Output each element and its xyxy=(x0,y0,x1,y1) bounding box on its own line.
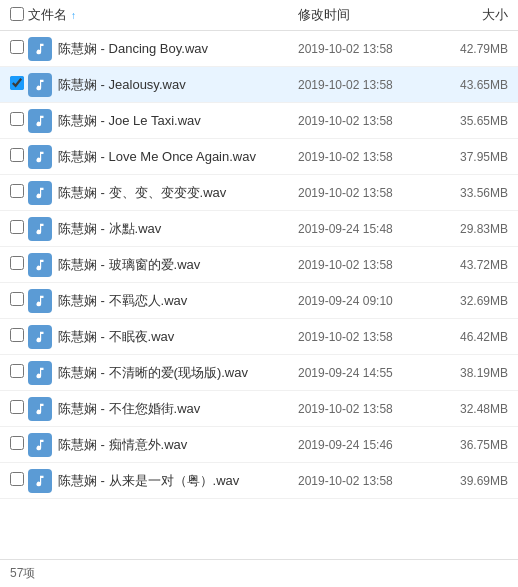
music-note-icon xyxy=(33,366,47,380)
row-checkbox[interactable] xyxy=(10,292,24,306)
row-checkbox[interactable] xyxy=(10,328,24,342)
table-row[interactable]: 陈慧娴 - 变、变、变变变.wav 2019-10-02 13:58 33.56… xyxy=(0,175,518,211)
table-row[interactable]: 陈慧娴 - 冰點.wav 2019-09-24 15:48 29.83MB xyxy=(0,211,518,247)
file-name: 陈慧娴 - 不羁恋人.wav xyxy=(58,292,298,310)
file-size: 29.83MB xyxy=(438,222,508,236)
file-type-icon xyxy=(28,325,52,349)
row-checkbox-area[interactable] xyxy=(10,400,28,417)
file-type-icon xyxy=(28,109,52,133)
file-type-icon xyxy=(28,145,52,169)
table-row[interactable]: 陈慧娴 - 不羁恋人.wav 2019-09-24 09:10 32.69MB xyxy=(0,283,518,319)
file-date: 2019-10-02 13:58 xyxy=(298,114,438,128)
file-date: 2019-10-02 13:58 xyxy=(298,42,438,56)
file-type-icon xyxy=(28,181,52,205)
row-checkbox-area[interactable] xyxy=(10,76,28,93)
table-row[interactable]: 陈慧娴 - Dancing Boy.wav 2019-10-02 13:58 4… xyxy=(0,31,518,67)
row-checkbox[interactable] xyxy=(10,364,24,378)
table-row[interactable]: 陈慧娴 - Joe Le Taxi.wav 2019-10-02 13:58 3… xyxy=(0,103,518,139)
header-size-col: 大小 xyxy=(438,6,508,24)
file-date: 2019-10-02 13:58 xyxy=(298,78,438,92)
sort-icon[interactable]: ↑ xyxy=(71,10,76,21)
file-list: 陈慧娴 - Dancing Boy.wav 2019-10-02 13:58 4… xyxy=(0,31,518,559)
table-row[interactable]: 陈慧娴 - 不住您婚街.wav 2019-10-02 13:58 32.48MB xyxy=(0,391,518,427)
file-name: 陈慧娴 - 玻璃窗的爱.wav xyxy=(58,256,298,274)
file-size: 43.65MB xyxy=(438,78,508,92)
table-row[interactable]: 陈慧娴 - Love Me Once Again.wav 2019-10-02 … xyxy=(0,139,518,175)
file-date: 2019-09-24 09:10 xyxy=(298,294,438,308)
file-date: 2019-10-02 13:58 xyxy=(298,330,438,344)
file-type-icon xyxy=(28,37,52,61)
file-date: 2019-10-02 13:58 xyxy=(298,474,438,488)
music-note-icon xyxy=(33,42,47,56)
music-note-icon xyxy=(33,258,47,272)
file-size: 38.19MB xyxy=(438,366,508,380)
file-name: 陈慧娴 - Joe Le Taxi.wav xyxy=(58,112,298,130)
file-date: 2019-10-02 13:58 xyxy=(298,402,438,416)
file-size: 37.95MB xyxy=(438,150,508,164)
row-checkbox-area[interactable] xyxy=(10,40,28,57)
row-checkbox[interactable] xyxy=(10,472,24,486)
row-checkbox[interactable] xyxy=(10,400,24,414)
file-name: 陈慧娴 - 冰點.wav xyxy=(58,220,298,238)
select-all-checkbox[interactable] xyxy=(10,7,24,21)
table-header: 文件名 ↑ 修改时间 大小 xyxy=(0,0,518,31)
row-checkbox-area[interactable] xyxy=(10,184,28,201)
row-checkbox[interactable] xyxy=(10,112,24,126)
music-note-icon xyxy=(33,78,47,92)
file-size: 43.72MB xyxy=(438,258,508,272)
table-row[interactable]: 陈慧娴 - 玻璃窗的爱.wav 2019-10-02 13:58 43.72MB xyxy=(0,247,518,283)
table-row[interactable]: 陈慧娴 - 从来是一对（粤）.wav 2019-10-02 13:58 39.6… xyxy=(0,463,518,499)
music-note-icon xyxy=(33,402,47,416)
row-checkbox[interactable] xyxy=(10,436,24,450)
file-size: 35.65MB xyxy=(438,114,508,128)
header-name-label: 文件名 xyxy=(28,6,67,24)
file-type-icon xyxy=(28,289,52,313)
file-date: 2019-09-24 15:48 xyxy=(298,222,438,236)
file-name: 陈慧娴 - 变、变、变变变.wav xyxy=(58,184,298,202)
row-checkbox-area[interactable] xyxy=(10,472,28,489)
row-checkbox[interactable] xyxy=(10,76,24,90)
file-count-label: 57项 xyxy=(10,566,35,580)
file-size: 39.69MB xyxy=(438,474,508,488)
file-size: 32.48MB xyxy=(438,402,508,416)
file-type-icon xyxy=(28,397,52,421)
row-checkbox-area[interactable] xyxy=(10,148,28,165)
table-row[interactable]: 陈慧娴 - 痴情意外.wav 2019-09-24 15:46 36.75MB xyxy=(0,427,518,463)
row-checkbox-area[interactable] xyxy=(10,292,28,309)
header-checkbox-area[interactable] xyxy=(10,7,28,24)
file-name: 陈慧娴 - 不住您婚街.wav xyxy=(58,400,298,418)
music-note-icon xyxy=(33,294,47,308)
file-type-icon xyxy=(28,73,52,97)
file-size: 36.75MB xyxy=(438,438,508,452)
row-checkbox[interactable] xyxy=(10,256,24,270)
file-date: 2019-10-02 13:58 xyxy=(298,150,438,164)
music-note-icon xyxy=(33,114,47,128)
row-checkbox-area[interactable] xyxy=(10,112,28,129)
music-note-icon xyxy=(33,186,47,200)
file-size: 33.56MB xyxy=(438,186,508,200)
row-checkbox[interactable] xyxy=(10,40,24,54)
file-size: 32.69MB xyxy=(438,294,508,308)
row-checkbox-area[interactable] xyxy=(10,256,28,273)
music-note-icon xyxy=(33,222,47,236)
row-checkbox[interactable] xyxy=(10,220,24,234)
table-row[interactable]: 陈慧娴 - 不清晰的爱(现场版).wav 2019-09-24 14:55 38… xyxy=(0,355,518,391)
table-row[interactable]: 陈慧娴 - 不眠夜.wav 2019-10-02 13:58 46.42MB xyxy=(0,319,518,355)
file-type-icon xyxy=(28,217,52,241)
row-checkbox[interactable] xyxy=(10,184,24,198)
file-date: 2019-10-02 13:58 xyxy=(298,258,438,272)
row-checkbox-area[interactable] xyxy=(10,328,28,345)
row-checkbox-area[interactable] xyxy=(10,436,28,453)
file-type-icon xyxy=(28,361,52,385)
row-checkbox-area[interactable] xyxy=(10,364,28,381)
table-row[interactable]: 陈慧娴 - Jealousy.wav 2019-10-02 13:58 43.6… xyxy=(0,67,518,103)
file-name: 陈慧娴 - 从来是一对（粤）.wav xyxy=(58,472,298,490)
row-checkbox-area[interactable] xyxy=(10,220,28,237)
file-size: 46.42MB xyxy=(438,330,508,344)
file-name: 陈慧娴 - Love Me Once Again.wav xyxy=(58,148,298,166)
header-name-col[interactable]: 文件名 ↑ xyxy=(28,6,298,24)
row-checkbox[interactable] xyxy=(10,148,24,162)
music-note-icon xyxy=(33,150,47,164)
file-name: 陈慧娴 - 不眠夜.wav xyxy=(58,328,298,346)
file-size: 42.79MB xyxy=(438,42,508,56)
